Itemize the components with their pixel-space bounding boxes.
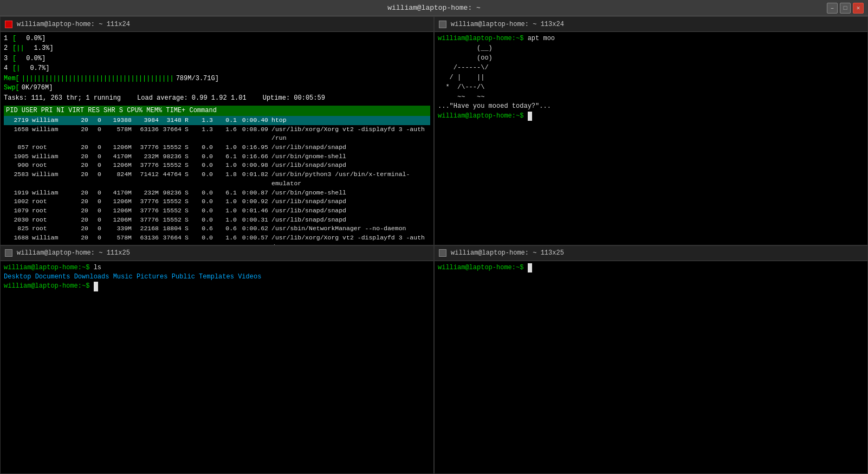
pane-icon-bl <box>5 249 12 257</box>
mem-value: 789M/3.71G] <box>176 74 219 83</box>
apt-moo-prompt-line: william@laptop-home:~$ apt moo <box>438 34 864 43</box>
cpu-row: 4[| 0.7%] <box>4 64 430 73</box>
table-row[interactable]: 1688 william 20 0 578M 63136 37664 S 0.0… <box>4 233 430 245</box>
list-item: Music <box>113 273 133 281</box>
htop-content[interactable]: 1[ 0.0%]2[|| 1.3%]3[ 0.0%]4[| <box>1 32 433 245</box>
htop-swap-row: Swp[0K/976M] <box>4 83 430 93</box>
cow-art: (__) (oo) /------\/ / | || * /\---/\ ~~ … <box>438 43 864 102</box>
swap-value: 0K/976M] <box>22 83 53 93</box>
apt-moo-prompt: william@laptop-home:~$ <box>438 35 523 42</box>
table-row[interactable]: 1002 root 20 0 1206M 37776 15552 S 0.0 1… <box>4 197 430 206</box>
window-controls: – □ ✕ <box>827 3 864 14</box>
load-value: Load average: 0.99 1.92 1.01 <box>137 94 247 102</box>
table-row[interactable]: 825 root 20 0 339M 22168 18804 S 0.6 0.6… <box>4 224 430 233</box>
pane-icon <box>5 21 12 28</box>
list-item: Desktop <box>4 273 31 281</box>
ls-content[interactable]: william@laptop-home:~$ ls Desktop Docume… <box>1 261 433 474</box>
minimize-button[interactable]: – <box>827 3 838 14</box>
main-area: william@laptop-home: ~ 111x24 1[ 0.0%]2[… <box>0 16 868 474</box>
table-row[interactable]: 1658 william 20 0 578M 63136 37664 S 1.3… <box>4 125 430 143</box>
pane-top-left-title-text: william@laptop-home: ~ 111x24 <box>17 21 130 28</box>
list-item: Pictures <box>137 273 168 281</box>
pane-top-left-title: william@laptop-home: ~ 111x24 <box>1 17 433 32</box>
shell-content[interactable]: william@laptop-home:~$ <box>435 261 867 474</box>
pane-icon-tr <box>439 21 446 28</box>
list-item: Public <box>172 273 195 281</box>
pane-top-right-title-text: william@laptop-home: ~ 113x24 <box>451 21 564 28</box>
apt-moo-prompt2-line: william@laptop-home:~$ <box>438 112 864 121</box>
table-row[interactable]: 1079 root 20 0 1206M 37776 15552 S 0.0 1… <box>4 206 430 216</box>
ls-prompt-line: william@laptop-home:~$ ls <box>4 263 430 272</box>
title-bar: william@laptop-home: ~ – □ ✕ <box>0 0 868 16</box>
ls-prompt2: william@laptop-home:~$ <box>4 282 89 290</box>
htop-table-header: PID USER PRI NI VIRT RES SHR S CPU% MEM%… <box>4 106 430 116</box>
pane-bottom-right-title-text: william@laptop-home: ~ 113x25 <box>451 249 564 257</box>
pane-top-left: william@laptop-home: ~ 111x24 1[ 0.0%]2[… <box>0 16 434 245</box>
ls-prompt2-line: william@laptop-home:~$ <box>4 282 430 291</box>
close-button[interactable]: ✕ <box>853 3 864 14</box>
htop-cpu-section: 1[ 0.0%]2[|| 1.3%]3[ 0.0%]4[| <box>4 34 430 74</box>
shell-prompt: william@laptop-home:~$ <box>438 264 523 271</box>
tasks-text: Tasks: 111, 263 thr; 1 running <box>4 94 121 103</box>
apt-moo-prompt2: william@laptop-home:~$ <box>438 112 523 120</box>
pane-bottom-left: william@laptop-home: ~ 111x25 william@la… <box>0 245 434 475</box>
restore-button[interactable]: □ <box>840 3 851 14</box>
htop-stats: Tasks: 111, 263 thr; 1 running Load aver… <box>4 94 430 103</box>
table-header-text: PID USER PRI NI VIRT RES SHR S CPU% MEM%… <box>6 106 217 115</box>
table-row[interactable]: 1919 william 20 0 4170M 232M 98236 S 0.0… <box>4 189 430 198</box>
window-title: william@laptop-home: ~ <box>387 4 481 12</box>
table-row[interactable]: 2030 root 20 0 1206M 37776 15552 S 0.0 1… <box>4 216 430 225</box>
cpu-row: 1[ 0.0%] <box>4 34 430 43</box>
pane-bottom-right-title: william@laptop-home: ~ 113x25 <box>435 246 867 261</box>
pane-icon-br <box>439 249 446 257</box>
pane-bottom-left-title: william@laptop-home: ~ 111x25 <box>1 246 433 261</box>
table-row[interactable]: 900 root 20 0 1206M 37776 15552 S 0.0 1.… <box>4 161 430 170</box>
table-row[interactable]: 2719 william 20 0 19388 3984 3148 R 1.3 … <box>4 116 430 125</box>
list-item: Videos <box>238 273 261 281</box>
cpu-row: 3[ 0.0%] <box>4 54 430 63</box>
ls-prompt1: william@laptop-home:~$ <box>4 264 89 271</box>
uptime-text: Uptime: 00:05:59 <box>263 94 325 103</box>
load-avg-text: Load average: 0.99 1.92 1.01 <box>137 94 247 103</box>
tasks-value: Tasks: 111, 263 thr; 1 running <box>4 94 121 102</box>
shell-prompt-line: william@laptop-home:~$ <box>438 263 864 272</box>
list-item: Templates <box>199 273 234 281</box>
ls-command: ls <box>89 264 101 271</box>
pane-top-right-title: william@laptop-home: ~ 113x24 <box>435 17 867 32</box>
cpu-row: 2[|| 1.3%] <box>4 44 430 53</box>
pane-bottom-right: william@laptop-home: ~ 113x25 william@la… <box>434 245 868 475</box>
ls-directories: Desktop Documents Downloads Music Pictur… <box>4 273 261 281</box>
list-item: Documents <box>35 273 70 281</box>
pane-bottom-left-title-text: william@laptop-home: ~ 111x25 <box>17 249 130 257</box>
ls-cursor <box>94 282 98 291</box>
apt-moo-message: ..."Have you mooed today?"... <box>438 102 864 111</box>
table-row[interactable]: 857 root 20 0 1206M 37776 15552 S 0.0 1.… <box>4 143 430 152</box>
uptime-value: Uptime: 00:05:59 <box>263 94 325 102</box>
ls-output: Desktop Documents Downloads Music Pictur… <box>4 272 430 282</box>
apt-moo-content[interactable]: william@laptop-home:~$ apt moo (__) (oo)… <box>435 32 867 245</box>
table-row[interactable]: 1905 william 20 0 4170M 232M 98236 S 0.0… <box>4 152 430 161</box>
htop-mem-row: Mem[||||||||||||||||||||||||||||||||||||… <box>4 74 430 83</box>
shell-cursor <box>528 263 532 272</box>
htop-process-list: 2719 william 20 0 19388 3984 3148 R 1.3 … <box>4 116 430 244</box>
table-row[interactable]: 2583 william 20 0 824M 71412 44764 S 0.0… <box>4 170 430 188</box>
apt-moo-cursor <box>528 112 532 121</box>
list-item: Downloads <box>74 273 109 281</box>
pane-top-right: william@laptop-home: ~ 113x24 william@la… <box>434 16 868 245</box>
apt-moo-command: apt moo <box>523 35 555 42</box>
